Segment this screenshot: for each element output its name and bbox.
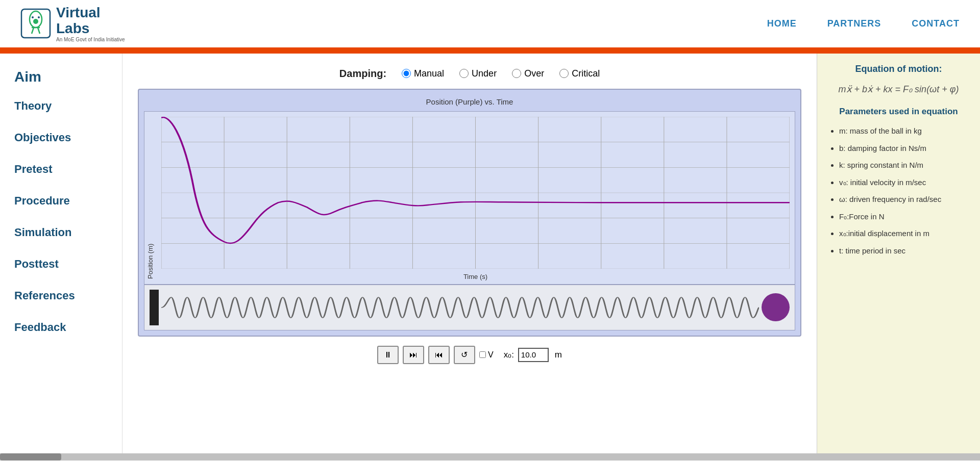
logo-icon [20,8,51,39]
logo-title: VirtualLabs [56,5,125,37]
controls-bar: ⏸ ⏭ ⏮ ↺ V x₀: m [138,342,801,368]
sidebar: Aim Theory Objectives Pretest Procedure … [0,54,122,453]
header: VirtualLabs An MoE Govt of India Initiat… [0,0,980,49]
scrollbar[interactable] [0,453,980,460]
black-bar [150,290,159,325]
reset-button[interactable]: ↺ [454,346,475,364]
v-checkbox-area: V [479,350,494,360]
damping-critical-radio[interactable] [559,69,569,78]
sidebar-item-pretest[interactable]: Pretest [0,153,122,185]
svg-point-7 [38,16,40,18]
param-omega: ω: driven frequency in rad/sec [839,191,971,208]
param-f0: F₀:Force in N [839,209,971,225]
scrollbar-thumb[interactable] [0,453,61,460]
v-checkbox[interactable] [479,351,486,358]
animation-strip [144,285,795,330]
nav-contact[interactable]: CONTACT [912,18,960,29]
sidebar-item-simulation[interactable]: Simulation [0,217,122,248]
main-layout: Aim Theory Objectives Pretest Procedure … [0,54,980,453]
sidebar-item-feedback[interactable]: Feedback [0,312,122,343]
chart-title: Position (Purple) vs. Time [144,97,795,106]
damping-label: Damping: [339,68,386,80]
param-k: k: spring constant in N/m [839,157,971,173]
step-button[interactable]: ⏭ [403,346,424,364]
nav-links: HOME PARTNERS CONTACT [767,18,960,29]
m-unit-label: m [555,350,562,360]
param-v0: v₀: initial velocity in m/sec [839,174,971,191]
purple-ball [762,293,790,321]
sidebar-item-procedure[interactable]: Procedure [0,185,122,217]
x-axis-label: Time (s) [161,273,790,280]
logo-subtitle: An MoE Govt of India Initiative [56,37,125,42]
nav-partners[interactable]: PARTNERS [827,18,881,29]
damping-under[interactable]: Under [459,68,497,79]
damping-under-radio[interactable] [459,69,469,78]
damping-manual-label: Manual [414,68,444,79]
param-list: m: mass of the ball in kg b: damping fac… [826,123,971,259]
damping-critical-label: Critical [572,68,600,79]
damping-manual-radio[interactable] [402,69,411,78]
param-x0: x₀:initial displacement in m [839,225,971,242]
param-b: b: damping factor in Ns/m [839,140,971,157]
sidebar-item-posttest[interactable]: Posttest [0,248,122,280]
sidebar-item-objectives[interactable]: Objectives [0,122,122,153]
chart-plot-area: 10.0 5.8 1.6 -2.6 -6.8 -11.0 0.0 2.6 5.2… [156,112,795,284]
svg-line-3 [32,28,34,34]
wave-svg [161,292,759,323]
rewind-button[interactable]: ⏮ [428,346,450,364]
x0-input[interactable] [518,348,549,362]
nav-home[interactable]: HOME [767,18,797,29]
svg-point-6 [32,16,34,18]
sidebar-item-theory[interactable]: Theory [0,90,122,122]
damping-critical[interactable]: Critical [559,68,600,79]
damping-controls: Damping: Manual Under Over Critical [138,64,801,84]
param-t: t: time period in sec [839,243,971,259]
param-m: m: mass of the ball in kg [839,123,971,139]
equation: mẍ + bẋ + kx = F₀ sin(ωt + φ) [826,82,971,97]
logo-text: VirtualLabs An MoE Govt of India Initiat… [56,5,125,42]
x0-label: x₀: [504,349,514,360]
pause-button[interactable]: ⏸ [377,346,399,364]
sidebar-item-references[interactable]: References [0,280,122,312]
svg-point-5 [33,19,38,24]
damping-manual[interactable]: Manual [402,68,444,79]
v-checkbox-label: V [488,350,494,360]
right-panel: Equation of motion: mẍ + bẋ + kx = F₀ si… [817,54,980,453]
damping-over-radio[interactable] [512,69,521,78]
chart-container: Position (Purple) vs. Time Position (m) [138,89,801,337]
eq-motion-title: Equation of motion: [826,64,971,74]
logo-area: VirtualLabs An MoE Govt of India Initiat… [20,5,125,42]
damping-over[interactable]: Over [512,68,544,79]
chart-inner: Position (m) [144,111,795,285]
damping-under-label: Under [472,68,497,79]
y-axis-label: Position (m) [144,112,156,284]
orange-divider [0,49,980,54]
svg-line-4 [38,28,40,34]
chart-svg: 10.0 5.8 1.6 -2.6 -6.8 -11.0 0.0 2.6 5.2… [161,117,790,269]
aim-label: Aim [0,64,122,90]
content-area: Damping: Manual Under Over Critical Posi… [122,54,817,453]
damping-over-label: Over [524,68,544,79]
params-title: Parameters used in equation [826,107,971,117]
